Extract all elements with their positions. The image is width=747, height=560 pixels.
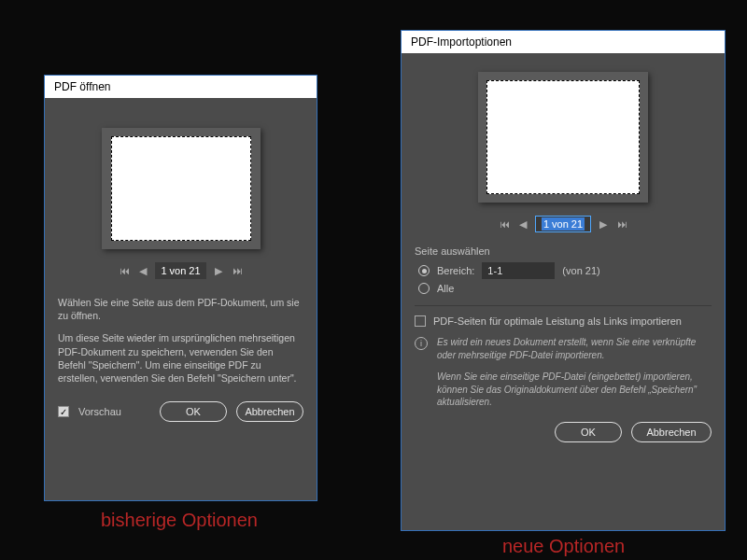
preview-thumbnail	[478, 72, 648, 203]
instruction-text: Wählen Sie eine Seite aus dem PDF-Dokume…	[58, 296, 303, 385]
select-page-label: Seite auswählen	[415, 245, 712, 257]
dialog-pdf-open: PDF öffnen ⏮ ◀ ▶ ⏭ Wählen Sie eine Seite…	[44, 75, 317, 501]
import-links-row: PDF-Seiten für optimale Leistung als Lin…	[415, 315, 712, 327]
footer-row: ✓ Vorschau OK Abbrechen	[58, 401, 303, 422]
info-row-2: Wenn Sie eine einseitige PDF-Datei (eing…	[437, 371, 712, 409]
prev-page-icon[interactable]: ◀	[136, 264, 149, 277]
prev-page-icon[interactable]: ◀	[516, 217, 529, 231]
last-page-icon[interactable]: ⏭	[231, 264, 244, 277]
divider	[415, 305, 712, 306]
dialog-title: PDF-Importoptionen	[411, 35, 512, 49]
all-radio[interactable]	[418, 283, 430, 294]
titlebar: PDF-Importoptionen	[402, 31, 725, 53]
next-page-icon[interactable]: ▶	[597, 217, 610, 231]
next-page-icon[interactable]: ▶	[212, 264, 225, 277]
import-links-label: PDF-Seiten für optimale Leistung als Lin…	[433, 315, 682, 327]
dialog-pdf-import-options: PDF-Importoptionen ⏮ ◀ 1 von 21 ▶ ⏭ Seit…	[401, 30, 726, 531]
first-page-icon[interactable]: ⏮	[498, 217, 511, 231]
range-radio[interactable]	[418, 265, 430, 276]
footer-row: OK Abbrechen	[415, 422, 712, 442]
preview-page	[111, 136, 251, 241]
dialog-title: PDF öffnen	[54, 80, 110, 93]
last-page-icon[interactable]: ⏭	[615, 217, 628, 231]
first-page-icon[interactable]: ⏮	[118, 264, 131, 277]
all-label: Alle	[437, 283, 454, 294]
preview-checkbox-label: Vorschau	[78, 406, 121, 417]
import-links-checkbox[interactable]	[415, 315, 426, 327]
cancel-button[interactable]: Abbrechen	[631, 422, 712, 442]
preview-checkbox[interactable]: ✓	[58, 406, 69, 417]
instruction-p2: Um diese Seite wieder im ursprünglichen …	[58, 331, 303, 385]
pager: ⏮ ◀ ▶ ⏭	[58, 262, 303, 279]
instruction-p1: Wählen Sie eine Seite aus dem PDF-Dokume…	[58, 296, 303, 322]
info-text-1: Es wird ein neues Dokument erstellt, wen…	[437, 336, 712, 361]
titlebar: PDF öffnen	[45, 76, 317, 98]
range-total-label: (von 21)	[562, 265, 599, 276]
page-input[interactable]: 1 von 21	[535, 216, 591, 232]
pager: ⏮ ◀ 1 von 21 ▶ ⏭	[415, 216, 712, 232]
dialog-content: ⏮ ◀ 1 von 21 ▶ ⏭ Seite auswählen Bereich…	[402, 53, 725, 452]
caption-new-options: neue Optionen	[502, 536, 625, 557]
range-input[interactable]	[482, 262, 555, 279]
cancel-button[interactable]: Abbrechen	[236, 401, 303, 422]
range-option-row: Bereich: (von 21)	[418, 262, 712, 279]
caption-previous-options: bisherige Optionen	[101, 510, 258, 531]
info-row-1: i Es wird ein neues Dokument erstellt, w…	[415, 336, 712, 361]
preview-area	[415, 72, 712, 203]
page-input-selection: 1 von 21	[542, 217, 585, 231]
page-input[interactable]	[155, 262, 206, 279]
preview-page	[486, 80, 640, 194]
preview-thumbnail	[102, 128, 261, 249]
range-label: Bereich:	[437, 265, 474, 276]
info-icon: i	[415, 337, 428, 350]
ok-button[interactable]: OK	[160, 401, 227, 422]
all-option-row: Alle	[418, 283, 712, 294]
info-text-2: Wenn Sie eine einseitige PDF-Datei (eing…	[437, 371, 712, 409]
dialog-content: ⏮ ◀ ▶ ⏭ Wählen Sie eine Seite aus dem PD…	[45, 98, 317, 431]
ok-button[interactable]: OK	[555, 422, 622, 442]
preview-area	[58, 128, 303, 249]
